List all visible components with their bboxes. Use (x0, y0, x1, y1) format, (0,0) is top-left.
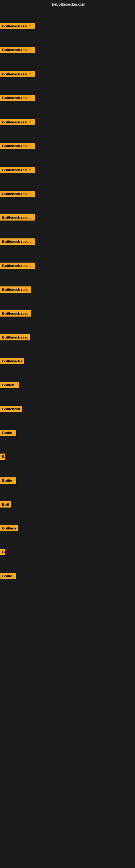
bottleneck-result-badge: Bottleneck resu (0, 310, 31, 316)
bottleneck-result-badge: Bottlen (0, 382, 19, 388)
site-title: TheBottlenecker.com (0, 0, 135, 8)
bottleneck-result-badge: Bottleneck resu (0, 334, 30, 340)
bottleneck-result-badge: Bottleneck result (0, 191, 35, 197)
bottleneck-result-badge: Bottleneck resu (0, 286, 31, 293)
bottleneck-result-badge: Bottleneck result (0, 214, 35, 220)
bottleneck-result-badge: Bottleneck result (0, 119, 35, 125)
bottleneck-result-badge: B (0, 454, 5, 460)
bottleneck-result-badge: Bottleneck result (0, 23, 35, 29)
bottleneck-result-badge: Bottle (0, 573, 16, 579)
bottleneck-result-badge: Bottle (0, 477, 16, 484)
bottleneck-result-badge: Bottleneck r (0, 358, 24, 364)
bottleneck-result-badge: Bottlens (0, 525, 18, 531)
bottleneck-result-badge: Bottleneck result (0, 95, 35, 101)
bottleneck-result-badge: Bottle (0, 430, 16, 436)
bottleneck-result-badge: Bottleneck result (0, 262, 35, 269)
bottleneck-result-badge: Bott (0, 501, 11, 507)
bottleneck-result-badge: Bottleneck result (0, 143, 35, 149)
bottleneck-result-badge: B (0, 549, 5, 555)
bottleneck-result-badge: Bottleneck result (0, 71, 35, 77)
bottleneck-result-badge: Bottleneck (0, 406, 22, 412)
bottleneck-result-badge: Bottleneck result (0, 239, 35, 245)
bottleneck-result-badge: Bottleneck result (0, 167, 35, 173)
bottleneck-result-badge: Bottleneck result (0, 46, 35, 53)
